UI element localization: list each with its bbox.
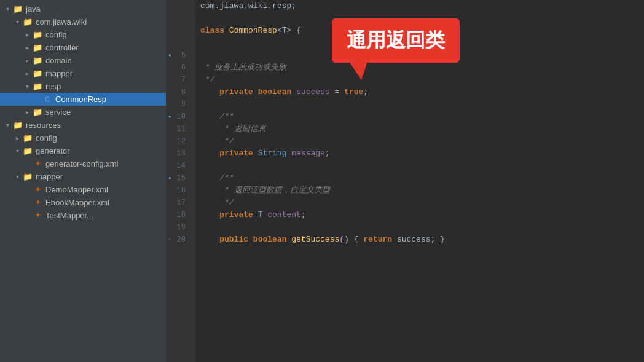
line-number-17: 18: [166, 209, 190, 221]
code-token: <T> {: [277, 25, 301, 37]
code-token: [262, 209, 267, 221]
caret-config: [22, 31, 32, 38]
tree-item-generator[interactable]: 📁 generator: [0, 144, 166, 157]
code-token: boolean: [258, 86, 292, 98]
line-number-12: 13: [166, 148, 190, 160]
folder-icon-resp: 📁: [32, 82, 43, 91]
line-number-3: [166, 37, 190, 49]
file-tree[interactable]: 📁 java 📁 com.jiawa.wiki 📁 config 📁 contr…: [0, 0, 166, 362]
tree-item-test-mapper-xml[interactable]: ▸ ✦ TestMapper...: [0, 209, 166, 222]
tree-label-ebook-mapper-xml: EbookMapper.xml: [45, 198, 166, 207]
code-token: () {: [339, 234, 363, 246]
tree-item-service[interactable]: 📁 service: [0, 106, 166, 119]
code-token: class: [200, 25, 229, 37]
tree-item-domain[interactable]: 📁 domain: [0, 54, 166, 67]
caret-generator-config-xml: ▸: [22, 160, 32, 167]
code-token: */: [200, 74, 214, 86]
tree-label-config2: config: [36, 133, 166, 143]
caret-java: [2, 6, 12, 12]
caret-resources: [2, 122, 12, 128]
code-line-15: * 返回泛型数据，自定义类型: [200, 184, 644, 197]
code-token: private: [219, 148, 253, 160]
code-token: [253, 209, 258, 221]
code-token: public: [219, 234, 248, 246]
code-token: getSuccess: [291, 234, 339, 246]
gutter-icon-4: ●: [168, 49, 171, 61]
tree-label-mapper: mapper: [45, 69, 166, 78]
caret-mapper: [22, 70, 32, 77]
code-line-3: [200, 37, 644, 49]
caret-domain: [22, 57, 32, 64]
tree-item-config2[interactable]: 📁 config: [0, 132, 166, 144]
file-icon-generator-config-xml: ✦: [32, 160, 43, 168]
tree-label-config: config: [45, 30, 166, 39]
line-numbers: ●56789●1011121314●1516171819+20: [166, 0, 195, 362]
code-line-4: [200, 49, 644, 61]
tree-item-resp[interactable]: 📁 resp: [0, 80, 166, 93]
code-token: ;: [363, 86, 368, 98]
folder-icon-controller: 📁: [32, 43, 43, 52]
folder-icon-resources: 📁: [12, 120, 23, 130]
tree-item-common-resp[interactable]: ▸ C CommonResp: [0, 93, 166, 106]
code-editor: 通用返回类 ●56789●1011121314●1516171819+20 co…: [166, 0, 644, 362]
code-token: * 返回泛型数据，自定义类型: [200, 184, 330, 197]
code-line-18: [200, 221, 644, 234]
file-icon-test-mapper-xml: ✦: [32, 211, 43, 219]
tree-item-controller[interactable]: 📁 controller: [0, 41, 166, 54]
code-token: [200, 148, 219, 160]
code-token: [286, 234, 291, 246]
line-number-6: 7: [166, 74, 190, 86]
code-token: /**: [200, 111, 234, 123]
line-number-2: [166, 25, 190, 37]
code-content: ●56789●1011121314●1516171819+20 com.jiaw…: [166, 0, 644, 362]
code-token: [291, 86, 296, 98]
code-line-13: [200, 160, 644, 172]
code-line-9: /**: [200, 111, 644, 123]
tree-item-config[interactable]: 📁 config: [0, 28, 166, 41]
tree-item-mapper2[interactable]: 📁 mapper: [0, 170, 166, 183]
code-line-12: private String message;: [200, 148, 644, 160]
code-token: success; }: [392, 234, 445, 246]
gutter-icon-19: +: [168, 234, 171, 246]
line-number-9: ●10: [166, 111, 190, 123]
tree-label-common-resp: CommonResp: [55, 95, 166, 104]
code-token: message: [291, 148, 325, 160]
code-token: =: [330, 86, 344, 98]
code-token: return: [363, 234, 392, 246]
line-number-1: [166, 12, 190, 25]
code-token: */: [200, 197, 234, 209]
code-token: CommonResp: [229, 25, 277, 37]
tree-label-com-jiawa-wiki: com.jiawa.wiki: [36, 17, 166, 26]
tree-item-generator-config-xml[interactable]: ▸ ✦ generator-config.xml: [0, 157, 166, 170]
tree-item-ebook-mapper-xml[interactable]: ▸ ✦ EbookMapper.xml: [0, 196, 166, 209]
code-token: */: [200, 135, 234, 148]
folder-icon-java: 📁: [12, 4, 23, 14]
tree-item-mapper[interactable]: 📁 mapper: [0, 67, 166, 80]
code-line-6: */: [200, 74, 644, 86]
caret-generator: [12, 148, 22, 154]
line-number-14: ●15: [166, 172, 190, 184]
code-token: true: [344, 86, 363, 98]
folder-icon-mapper: 📁: [32, 69, 43, 78]
caret-ebook-mapper-xml: ▸: [22, 199, 32, 206]
code-token: boolean: [253, 234, 287, 246]
folder-icon-generator: 📁: [22, 146, 33, 155]
line-number-10: 11: [166, 123, 190, 135]
caret-resp: [22, 83, 32, 90]
code-lines[interactable]: com.jiawa.wiki.resp;class CommonResp<T> …: [195, 0, 644, 362]
tree-item-demo-mapper-xml[interactable]: ▸ ✦ DemoMapper.xml: [0, 183, 166, 196]
gutter-icon-9: ●: [168, 111, 171, 123]
tree-item-com-jiawa-wiki[interactable]: 📁 com.jiawa.wiki: [0, 15, 166, 28]
line-number-18: 19: [166, 221, 190, 234]
code-token: [253, 148, 258, 160]
code-token: private: [219, 209, 253, 221]
line-number-11: 12: [166, 135, 190, 148]
code-token: String: [258, 148, 287, 160]
folder-icon-domain: 📁: [32, 56, 43, 65]
line-number-8: 9: [166, 98, 190, 111]
code-line-17: private T content;: [200, 209, 644, 221]
tree-item-resources[interactable]: 📁 resources: [0, 119, 166, 132]
code-token: [200, 209, 219, 221]
tree-item-java[interactable]: 📁 java: [0, 2, 166, 15]
tree-label-service: service: [45, 108, 166, 117]
